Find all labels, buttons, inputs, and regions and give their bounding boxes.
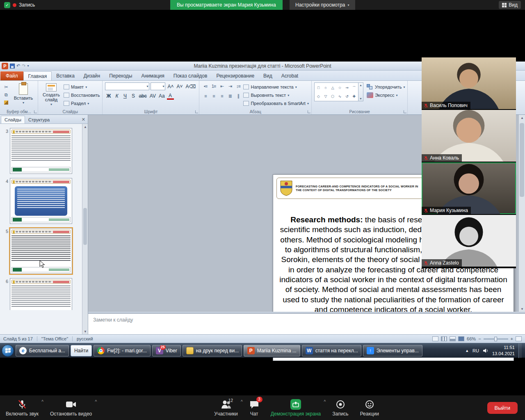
stop-video-button[interactable]: Остановить видео ^ xyxy=(44,395,98,420)
taskbar-item-zoom-controls[interactable]: ↑ Элементы управ... xyxy=(363,345,422,356)
slide-sorter-icon[interactable] xyxy=(441,336,447,341)
tab-outline[interactable]: Структура xyxy=(25,116,53,123)
view-settings-dropdown[interactable]: Настройки просмотра▾ xyxy=(290,0,355,10)
align-left-icon[interactable]: ≡ xyxy=(202,92,209,100)
copy-icon[interactable]: ⧉ xyxy=(2,91,10,98)
hidden-icons-arrow[interactable]: ▲ xyxy=(465,349,469,353)
volume-icon[interactable] xyxy=(483,348,488,353)
view-layout-button[interactable]: Вид xyxy=(499,1,521,9)
justify-icon[interactable]: ≣ xyxy=(226,92,233,100)
panel-scrollbar[interactable]: ▲ ▼ xyxy=(82,124,88,334)
video-options-caret[interactable]: ^ xyxy=(95,399,97,404)
change-case-button[interactable]: Aa xyxy=(158,92,166,100)
zoom-out-icon[interactable]: − xyxy=(478,336,481,341)
zoom-slider[interactable] xyxy=(484,338,508,340)
bullets-icon[interactable]: •≡ xyxy=(202,82,209,90)
chat-button[interactable]: 3 Чат xyxy=(244,395,265,420)
section-button[interactable]: Раздел▾ xyxy=(64,100,100,107)
redo-icon[interactable]: ↷ xyxy=(22,63,25,68)
arrange-button[interactable]: Упорядочить▾ xyxy=(367,83,405,91)
slide-thumbnail-6[interactable] xyxy=(10,278,72,310)
mic-options-caret[interactable]: ^ xyxy=(41,399,43,404)
security-shield-icon[interactable]: ✓ xyxy=(4,2,10,8)
reactions-button[interactable]: Реакции xyxy=(354,395,385,420)
align-center-icon[interactable]: ≡ xyxy=(210,92,217,100)
qat-dropdown-icon[interactable]: ▾ xyxy=(27,64,29,68)
numbering-icon[interactable]: 1≡ xyxy=(210,82,217,90)
font-size-combobox[interactable]: ▾ xyxy=(151,82,165,90)
bold-button[interactable]: Ж xyxy=(105,92,112,100)
share-screen-button[interactable]: Демонстрация экрана ^ xyxy=(265,395,327,420)
participant-tile-active-speaker[interactable]: Мария Кузьмина xyxy=(422,162,516,214)
new-slide-button[interactable]: Создать слайд ▾ xyxy=(41,82,62,108)
start-button[interactable] xyxy=(2,345,14,357)
undo-icon[interactable]: ↶ xyxy=(16,63,20,68)
taskbar-item-word[interactable]: W стаття на перекл... xyxy=(302,345,361,356)
show-desktop-button[interactable] xyxy=(518,343,522,358)
font-name-combobox[interactable]: ▾ xyxy=(105,82,149,90)
shapes-gallery[interactable]: □○△☆⇒⌒ ◇▽⬡∿↺✚ xyxy=(314,82,358,101)
cut-icon[interactable]: ✂ xyxy=(2,84,10,90)
participants-button[interactable]: 12 Участники ^ xyxy=(208,395,243,420)
taskbar-item-viber[interactable]: V25 Viber xyxy=(152,345,181,356)
participant-tile[interactable]: Василь Попович xyxy=(422,57,516,109)
line-spacing-icon[interactable]: ↕≡ xyxy=(235,82,242,90)
paste-button[interactable]: Вставить ▾ xyxy=(11,82,35,108)
participants-caret[interactable]: ^ xyxy=(241,399,243,404)
tab-animation[interactable]: Анимация xyxy=(137,71,169,80)
taskbar-find-button[interactable]: Найти xyxy=(71,345,92,356)
tab-insert[interactable]: Вставка xyxy=(52,71,79,80)
taskbar-item-chrome[interactable]: Fw[2]: - mari.gor... xyxy=(94,345,151,356)
reading-view-icon[interactable] xyxy=(450,336,456,341)
leave-meeting-button[interactable]: Выйти xyxy=(487,402,518,414)
vertical-scrollbar[interactable]: ▲ ▼ xyxy=(518,115,525,312)
quick-styles-button[interactable]: Экспресс▾ xyxy=(367,91,405,99)
language-tray[interactable]: RU xyxy=(472,348,479,353)
save-icon[interactable] xyxy=(10,64,15,68)
convert-smartart-button[interactable]: Преобразовать в SmartArt▾ xyxy=(243,100,308,107)
font-color-button[interactable]: A xyxy=(167,92,174,100)
tab-design[interactable]: Дизайн xyxy=(79,71,105,80)
unmute-button[interactable]: Включить звук ^ xyxy=(0,395,44,420)
dialog-launcher-icon[interactable] xyxy=(308,110,310,113)
shadow-button[interactable]: S xyxy=(130,92,137,100)
normal-view-icon[interactable] xyxy=(432,336,438,341)
participant-tile[interactable]: Анна Коваль xyxy=(422,110,516,162)
close-panel-icon[interactable]: ✕ xyxy=(82,117,85,122)
tab-acrobat[interactable]: Acrobat xyxy=(277,71,303,80)
tab-file[interactable]: Файл xyxy=(0,71,23,80)
shapes-scrollbar[interactable]: ▲▼ xyxy=(358,82,363,101)
grow-font-icon[interactable]: A˄ xyxy=(167,83,174,90)
tray-clock[interactable]: 11:51 13.04.2021 xyxy=(492,345,515,356)
align-text-button[interactable]: Выровнять текст▾ xyxy=(243,91,308,99)
tab-slides[interactable]: Слайды xyxy=(1,116,25,123)
italic-button[interactable]: К xyxy=(113,92,120,100)
columns-icon[interactable]: ∥ xyxy=(235,92,242,100)
dialog-launcher-icon[interactable] xyxy=(404,110,406,113)
powerpoint-logo-icon[interactable]: P xyxy=(2,63,8,69)
text-direction-button[interactable]: Направление текста▾ xyxy=(243,83,308,91)
tab-slideshow[interactable]: Показ слайдов xyxy=(169,71,212,80)
fit-to-window-icon[interactable] xyxy=(516,336,522,341)
slideshow-icon[interactable] xyxy=(458,336,464,341)
tab-view[interactable]: Вид xyxy=(259,71,277,80)
decrease-indent-icon[interactable]: ⇤ xyxy=(218,82,225,90)
strikethrough-button[interactable]: abc xyxy=(138,92,147,100)
notes-pane[interactable]: Заметки к слайду xyxy=(88,313,525,334)
character-spacing-button[interactable]: AV xyxy=(149,92,157,100)
shrink-font-icon[interactable]: A˅ xyxy=(176,83,183,90)
layout-button[interactable]: Макет▾ xyxy=(64,83,100,91)
reset-button[interactable]: Восстановить xyxy=(64,91,100,99)
tab-transitions[interactable]: Переходы xyxy=(105,71,137,80)
underline-button[interactable]: Ч xyxy=(121,92,128,100)
participant-tile[interactable]: Anna Zastelo xyxy=(422,215,516,267)
taskbar-item-folder[interactable]: на друк перед ви... xyxy=(183,345,242,356)
tab-home[interactable]: Главная xyxy=(23,71,52,80)
align-right-icon[interactable]: ≡ xyxy=(218,92,225,100)
record-button[interactable]: Запись xyxy=(326,395,354,420)
slide-thumbnail-3[interactable] xyxy=(10,128,72,174)
taskbar-item-powerpoint[interactable]: P Mariia Kuzmina ... xyxy=(244,345,300,356)
clear-formatting-icon[interactable]: A⌫ xyxy=(185,83,196,90)
dialog-launcher-icon[interactable] xyxy=(34,110,37,113)
taskbar-item-ie[interactable]: e Бесплатный а... xyxy=(16,345,69,356)
